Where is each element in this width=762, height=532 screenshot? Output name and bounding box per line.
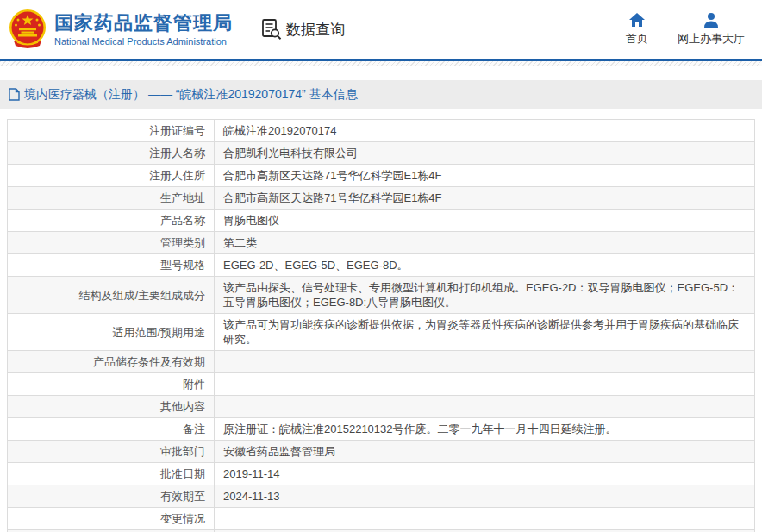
- site-subtitle: National Medical Products Administration: [54, 36, 233, 47]
- row-label: 适用范围/预期用途: [8, 314, 215, 351]
- site-logo[interactable]: 国家药品监督管理局 National Medical Products Admi…: [7, 8, 233, 51]
- info-table-body: 注册证编号皖械注准20192070174注册人名称合肥凯利光电科技有限公司注册人…: [8, 120, 755, 532]
- row-value: 皖械注准20192070174: [215, 120, 755, 142]
- service-hall-label: 网上办事大厅: [678, 31, 745, 47]
- table-row: 审批部门安徽省药品监督管理局: [8, 441, 755, 463]
- table-row: 适用范围/预期用途该产品可为胃功能疾病的诊断提供依据，为胃炎等器质性疾病的诊断提…: [8, 314, 755, 351]
- row-label: 生产地址: [8, 187, 215, 210]
- row-label: 注册人名称: [8, 142, 215, 165]
- row-value: 该产品由探头、信号处理卡、专用微型计算机和打印机组成。EGEG-2D：双导胃肠电…: [215, 277, 755, 314]
- row-label: 产品名称: [8, 210, 215, 232]
- data-query-icon: [260, 18, 283, 41]
- header-quick-links: 首页 网上办事大厅: [626, 12, 745, 47]
- row-value: 该产品可为胃功能疾病的诊断提供依据，为胃炎等器质性疾病的诊断提供参考并用于胃肠疾…: [215, 314, 755, 351]
- table-row: 注册证编号皖械注准20192070174: [8, 120, 755, 142]
- row-value: 原注册证：皖械注准20152210132号作废。二零一九年十一月十四日延续注册。: [215, 418, 755, 441]
- site-title: 国家药品监督管理局: [54, 12, 233, 34]
- table-row: 管理类别第二类: [8, 232, 755, 254]
- row-label: 注册证编号: [8, 120, 215, 142]
- registration-info-table: 注册证编号皖械注准20192070174注册人名称合肥凯利光电科技有限公司注册人…: [7, 119, 755, 532]
- breadcrumb: 境内医疗器械（注册） —— “皖械注准20192070174” 基本信息: [0, 80, 762, 109]
- row-label: 其他内容: [8, 396, 215, 418]
- table-row: 变更情况: [8, 508, 755, 530]
- breadcrumb-text: 境内医疗器械（注册） —— “皖械注准20192070174” 基本信息: [24, 87, 358, 103]
- row-label: 附件: [8, 373, 215, 396]
- table-row: 其他内容: [8, 396, 755, 418]
- table-row: 生产地址合肥市高新区天达路71号华亿科学园E1栋4F: [8, 187, 755, 210]
- row-value: 第二类: [215, 232, 755, 254]
- national-emblem-icon: [7, 8, 48, 51]
- document-icon: [9, 88, 20, 101]
- table-row: 结构及组成/主要组成成分该产品由探头、信号处理卡、专用微型计算机和打印机组成。E…: [8, 277, 755, 314]
- row-value: 合肥市高新区天达路71号华亿科学园E1栋4F: [215, 187, 755, 210]
- row-value: EGEG-2D、EGEG-5D、EGEG-8D。: [215, 254, 755, 277]
- row-label: 产品储存条件及有效期: [8, 351, 215, 373]
- row-value: [215, 508, 755, 530]
- table-row: 有效期至2024-11-13: [8, 485, 755, 508]
- page-header: 国家药品监督管理局 National Medical Products Admi…: [0, 0, 762, 59]
- row-label: 型号规格: [8, 254, 215, 277]
- row-label: 结构及组成/主要组成成分: [8, 277, 215, 314]
- row-label: 有效期至: [8, 485, 215, 508]
- service-hall-link[interactable]: 网上办事大厅: [678, 12, 745, 47]
- row-value: [215, 396, 755, 418]
- row-label: 审批部门: [8, 441, 215, 463]
- row-label: 注册人住所: [8, 165, 215, 187]
- row-value: 2024-11-13: [215, 485, 755, 508]
- row-value: 安徽省药品监督管理局: [215, 441, 755, 463]
- row-value: 合肥凯利光电科技有限公司: [215, 142, 755, 165]
- table-row: 注册人住所合肥市高新区天达路71号华亿科学园E1栋4F: [8, 165, 755, 187]
- nav-data-query[interactable]: 数据查询: [260, 18, 345, 41]
- table-row: 产品储存条件及有效期: [8, 351, 755, 373]
- table-row: 产品名称胃肠电图仪: [8, 210, 755, 232]
- home-icon: [628, 12, 646, 28]
- home-link[interactable]: 首页: [626, 12, 648, 47]
- hatch-strip: [0, 61, 762, 66]
- data-query-label: 数据查询: [286, 20, 345, 40]
- row-label: 批准日期: [8, 463, 215, 485]
- table-row: 备注原注册证：皖械注准20152210132号作废。二零一九年十一月十四日延续注…: [8, 418, 755, 441]
- row-value: 2019-11-14: [215, 463, 755, 485]
- row-value: 胃肠电图仪: [215, 210, 755, 232]
- table-row: 注册人名称合肥凯利光电科技有限公司: [8, 142, 755, 165]
- home-link-label: 首页: [626, 31, 648, 47]
- row-value: 合肥市高新区天达路71号华亿科学园E1栋4F: [215, 165, 755, 187]
- table-row: 附件: [8, 373, 755, 396]
- user-icon: [703, 12, 720, 28]
- row-label: 变更情况: [8, 508, 215, 530]
- row-value: [215, 373, 755, 396]
- row-value: [215, 351, 755, 373]
- table-row: 型号规格EGEG-2D、EGEG-5D、EGEG-8D。: [8, 254, 755, 277]
- row-label: 管理类别: [8, 232, 215, 254]
- table-row: 批准日期2019-11-14: [8, 463, 755, 485]
- row-label: 备注: [8, 418, 215, 441]
